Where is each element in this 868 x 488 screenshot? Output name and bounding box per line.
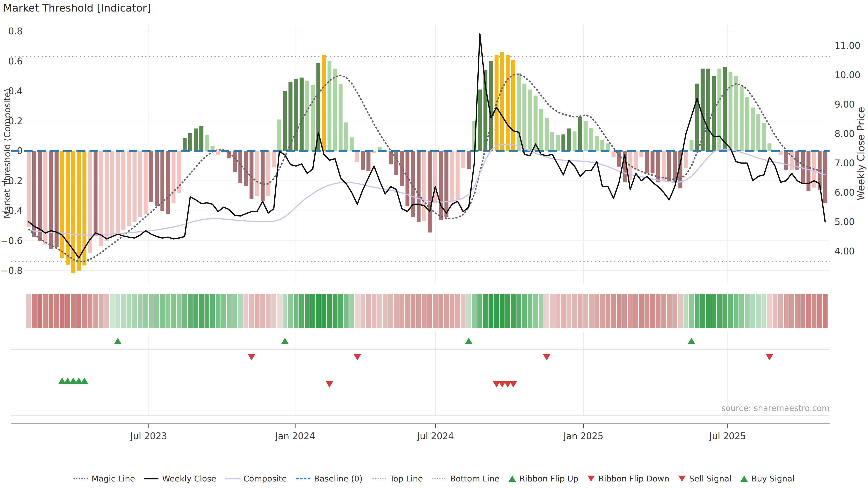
ribbon-cell <box>65 294 70 328</box>
composite-bar <box>695 84 699 151</box>
composite-bar <box>489 61 493 151</box>
ribbon-cell <box>115 294 120 328</box>
composite-bar <box>300 77 304 151</box>
composite-bar <box>361 151 365 170</box>
ribbon-cell <box>277 294 282 328</box>
magic-line <box>29 74 825 262</box>
composite-bar <box>155 151 159 206</box>
legend-item-top-line: Top Line <box>372 474 423 483</box>
ribbon-cell <box>399 294 404 328</box>
ribbon-cell <box>93 294 98 328</box>
composite-bar <box>673 151 677 182</box>
composite-bar <box>689 140 693 151</box>
composite-bar <box>645 151 649 173</box>
ribbon-cell <box>149 294 154 328</box>
composite-bar <box>205 135 209 151</box>
ribbon-cell <box>238 294 243 328</box>
composite-bar <box>578 117 582 151</box>
composite-bar <box>572 131 577 151</box>
legend-item-weekly-close: Weekly Close <box>144 474 216 483</box>
ribbon-cell <box>750 294 755 328</box>
legend-item-sell-signal: Sell Signal <box>678 474 732 483</box>
ribbon-cell <box>160 294 165 328</box>
ribbon-cell <box>706 294 711 328</box>
indicator-chart-canvas: 0.80.60.40.20−0.2−0.4−0.6−0.811.0010.009… <box>0 0 868 488</box>
composite-bar <box>522 84 526 151</box>
ribbon-cell <box>388 294 393 328</box>
ribbon-cell <box>789 294 794 328</box>
composite-bar <box>138 151 142 217</box>
ribbon-cell <box>494 294 499 328</box>
chart-container: Market Threshold [Indicator] 0.80.60.40.… <box>0 0 868 488</box>
ribbon-cell <box>88 294 92 328</box>
ribbon-cell <box>633 294 638 328</box>
ribbon-cell <box>221 294 226 328</box>
ribbon-cell <box>606 294 611 328</box>
composite-bar <box>144 151 148 214</box>
legend-label: Weekly Close <box>162 474 216 483</box>
composite-bar <box>740 87 744 151</box>
composite-bar <box>478 90 482 151</box>
ribbon-cell <box>249 294 254 328</box>
ribbon-cell <box>756 294 761 328</box>
ribbon-cell <box>216 294 221 328</box>
x-axis-tick-label: Jul 2024 <box>416 431 454 441</box>
composite-bar <box>444 151 448 217</box>
composite-bar <box>94 151 98 236</box>
right-axis-tick: 9.00 <box>835 99 855 109</box>
ribbon-cell <box>377 294 382 328</box>
ribbon-cell <box>533 294 538 328</box>
composite-bar <box>606 143 610 151</box>
x-axis-tick-label: Jan 2025 <box>563 431 603 441</box>
ribbon-cell <box>617 294 622 328</box>
ribbon-cell <box>505 294 510 328</box>
left-axis-tick: −0.8 <box>1 265 23 276</box>
composite-bar <box>405 151 410 206</box>
composite-bar <box>211 146 215 151</box>
ribbon-cell <box>232 294 237 328</box>
ribbon-cell <box>461 294 465 328</box>
ribbon-cell <box>32 294 37 328</box>
composite-bar <box>116 151 120 233</box>
composite-bar <box>355 151 360 162</box>
ribbon-cell <box>767 294 772 328</box>
composite-bar <box>567 129 571 151</box>
composite-bar <box>528 90 532 151</box>
composite-bar <box>561 134 565 151</box>
composite-bar <box>311 85 315 151</box>
composite-bar <box>305 80 309 151</box>
ribbon-flip-down-marker <box>354 354 361 360</box>
ribbon-cell <box>49 294 54 328</box>
composite-bar <box>600 140 604 151</box>
ribbon-cell <box>154 294 159 328</box>
composite-bar <box>723 67 727 151</box>
market-threshold-chart-page: { "title": "Market Threshold [Indicator]… <box>0 0 868 488</box>
ribbon-cell <box>193 294 198 328</box>
composite-bar <box>121 151 125 230</box>
ribbon-cell <box>293 294 299 328</box>
left-axis-title: Market Threshold (Composite) <box>2 54 12 253</box>
composite-bar <box>539 109 543 151</box>
ribbon-cell <box>650 294 655 328</box>
composite-bar <box>506 55 510 151</box>
composite-bar <box>110 151 114 237</box>
composite-bar <box>533 96 537 151</box>
triangle-down-icon <box>587 476 595 482</box>
composite-bar <box>77 151 81 271</box>
ribbon-cell <box>143 294 148 328</box>
ribbon-cell <box>54 294 59 328</box>
composite-bar <box>712 76 716 151</box>
composite-bar <box>60 151 64 258</box>
ribbon-cell <box>572 294 577 328</box>
ribbon-cell <box>466 294 471 328</box>
ribbon-cell <box>361 294 366 328</box>
ribbon-cell <box>210 294 215 328</box>
ribbon-cell <box>477 294 483 328</box>
composite-bar <box>266 151 270 196</box>
magic-line-swatch-icon <box>73 478 88 480</box>
composite-bar <box>634 151 638 170</box>
x-axis-tick-label: Jan 2024 <box>275 431 315 441</box>
sell-signal-marker <box>510 381 517 387</box>
legend-label: Ribbon Flip Down <box>598 474 669 483</box>
ribbon-cell <box>450 294 455 328</box>
